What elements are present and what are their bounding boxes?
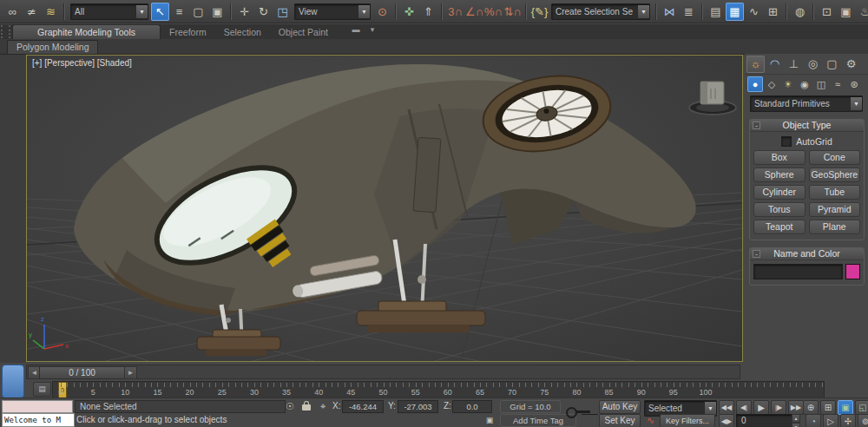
rendered-frame-window-icon[interactable]: ▣: [837, 3, 855, 21]
systems-category-icon[interactable]: ⊛: [846, 76, 862, 92]
bind-to-space-warp-icon[interactable]: ≋: [42, 3, 60, 21]
select-and-move-icon[interactable]: ✛: [235, 3, 253, 21]
ribbon-drag-handle[interactable]: [1, 25, 10, 38]
time-slider-track[interactable]: ◄ 0 / 100 ►: [26, 365, 740, 379]
next-frame-arrow[interactable]: ►: [124, 366, 137, 379]
mirror-icon[interactable]: ⋈: [661, 3, 679, 21]
ribbon-tab-freeform[interactable]: Freeform: [161, 25, 215, 39]
named-selection-sets-dropdown[interactable]: Create Selection Se▼: [551, 3, 650, 20]
ribbon-tab-object-paint[interactable]: Object Paint: [270, 25, 337, 39]
pan-view-button[interactable]: ✢: [840, 414, 856, 427]
align-icon[interactable]: ≣: [680, 3, 698, 21]
reference-coordinate-system-dropdown[interactable]: View▼: [294, 3, 371, 20]
add-time-tag[interactable]: Add Time Tag: [500, 414, 576, 427]
tube-button[interactable]: Tube: [809, 185, 861, 200]
status-light-icon[interactable]: ☉: [283, 400, 297, 412]
collapse-icon[interactable]: -: [753, 122, 760, 129]
object-color-swatch[interactable]: [845, 264, 860, 279]
selection-filter-dropdown[interactable]: All▼: [70, 3, 148, 20]
torus-button[interactable]: Torus: [753, 202, 806, 217]
snaps-toggle-3d-icon[interactable]: 3∩: [446, 3, 464, 21]
viewport-label[interactable]: [+] [Perspective] [Shaded]: [32, 58, 132, 68]
cone-button[interactable]: Cone: [809, 150, 861, 165]
x-coordinate-field[interactable]: -46.244: [342, 400, 384, 413]
collapse-icon[interactable]: -: [753, 250, 760, 258]
maxscript-mini-listener[interactable]: Welcome to M: [2, 413, 75, 427]
previous-frame-button[interactable]: ◀|: [736, 400, 752, 415]
motion-tab-icon[interactable]: ◎: [804, 56, 822, 73]
edit-named-selection-sets-icon[interactable]: {✎}: [530, 3, 549, 21]
select-and-scale-icon[interactable]: ◳: [273, 3, 292, 21]
object-type-rollout-header[interactable]: - Object Type: [750, 120, 864, 132]
play-button[interactable]: ▶: [753, 400, 769, 415]
default-in-out-tangents-icon[interactable]: ∿: [644, 414, 657, 426]
percent-snap-toggle-icon[interactable]: %∩: [484, 3, 503, 21]
maxscript-mini-listener-macro[interactable]: [2, 400, 73, 413]
geometry-category-icon[interactable]: ●: [747, 76, 763, 92]
spinner-down-icon[interactable]: ▼: [792, 423, 800, 427]
transform-gizmo-icon[interactable]: ⌖: [316, 400, 330, 412]
time-configuration-button[interactable]: ◔: [806, 414, 821, 427]
set-keys-icon[interactable]: [566, 405, 592, 419]
select-and-rotate-icon[interactable]: ↻: [254, 3, 273, 21]
dropdown-arrow-icon[interactable]: ▼: [704, 402, 716, 415]
keyboard-shortcut-override-icon[interactable]: ⇑: [419, 3, 437, 21]
plane-button[interactable]: Plane: [809, 220, 861, 234]
track-ruler[interactable]: 0 05101520253035404550556065707580859095…: [52, 381, 825, 398]
next-frame-button[interactable]: |▶: [771, 400, 786, 415]
window-crossing-icon[interactable]: ▣: [208, 3, 227, 21]
select-and-link-icon[interactable]: ∞: [3, 3, 22, 21]
y-coordinate-field[interactable]: -27.003: [398, 400, 438, 413]
schematic-view-icon[interactable]: ⊞: [764, 3, 782, 21]
select-by-name-icon[interactable]: ≡: [170, 3, 188, 21]
render-production-icon[interactable]: ♨: [856, 3, 868, 21]
zoom-button[interactable]: ⊕: [803, 400, 819, 415]
open-mini-curve-editor-button[interactable]: ▤: [33, 382, 51, 397]
field-of-view-button[interactable]: ▷: [823, 414, 838, 427]
dropdown-arrow-icon[interactable]: ▼: [135, 5, 148, 18]
absolute-mode-toggle-icon[interactable]: ▣: [483, 414, 496, 426]
key-filters-button[interactable]: Key Filters...: [660, 414, 715, 427]
teapot-button[interactable]: Teapot: [753, 220, 806, 234]
helpers-category-icon[interactable]: ◫: [813, 76, 829, 92]
object-name-field[interactable]: [753, 264, 843, 279]
perspective-viewport[interactable]: [+] [Perspective] [Shaded]: [26, 55, 743, 362]
unlink-selection-icon[interactable]: ≄: [23, 3, 41, 21]
shapes-category-icon[interactable]: ◇: [764, 76, 779, 92]
polygon-modeling-tab[interactable]: Polygon Modeling: [7, 40, 98, 54]
auto-key-button[interactable]: Auto Key: [599, 400, 641, 414]
select-and-manipulate-icon[interactable]: ✜: [400, 3, 418, 21]
manage-layers-icon[interactable]: ▤: [707, 3, 725, 21]
ribbon-tab-selection[interactable]: Selection: [215, 25, 270, 39]
go-to-start-button[interactable]: ◀◀: [719, 400, 734, 415]
spinner-up-icon[interactable]: ▲: [792, 414, 800, 423]
key-mode-toggle-button[interactable]: ◀▶: [719, 414, 734, 427]
sphere-button[interactable]: Sphere: [753, 168, 806, 182]
angle-snap-toggle-icon[interactable]: ∠∩: [465, 3, 483, 21]
material-editor-icon[interactable]: ◍: [791, 3, 809, 21]
spinner-snap-toggle-icon[interactable]: ⇅∩: [503, 3, 522, 21]
dropdown-arrow-icon[interactable]: ▼: [850, 97, 862, 110]
name-and-color-rollout-header[interactable]: - Name and Color: [750, 248, 864, 260]
zoom-extents-all-button[interactable]: ◱: [855, 400, 868, 415]
go-to-end-button[interactable]: ▶▶: [788, 400, 804, 415]
z-coordinate-field[interactable]: 0.0: [452, 400, 492, 413]
orbit-view-button[interactable]: ⊚: [858, 414, 868, 427]
zoom-extents-button[interactable]: ▣: [838, 400, 853, 415]
render-setup-icon[interactable]: ⊡: [818, 3, 836, 21]
primitive-category-dropdown[interactable]: Standard Primitives ▼: [750, 95, 863, 112]
toggle-ribbon-icon[interactable]: ▦: [726, 3, 744, 21]
rectangular-selection-region-icon[interactable]: ▢: [189, 3, 207, 21]
box-button[interactable]: Box: [753, 150, 806, 165]
pyramid-button[interactable]: Pyramid: [809, 202, 861, 217]
modify-tab-icon[interactable]: ◠: [766, 56, 784, 73]
cameras-category-icon[interactable]: ◉: [797, 76, 812, 92]
ribbon-options-arrow-icon[interactable]: ▾: [365, 21, 379, 39]
dropdown-arrow-icon[interactable]: ▼: [358, 5, 370, 18]
geosphere-button[interactable]: GeoSphere: [809, 168, 861, 182]
viewport-layout-tab[interactable]: [2, 365, 24, 398]
create-tab-icon[interactable]: ☼: [746, 56, 765, 73]
hierarchy-tab-icon[interactable]: ⊥: [785, 56, 803, 73]
display-tab-icon[interactable]: ▢: [823, 56, 841, 73]
ribbon-tab-graphite-modeling-tools[interactable]: Graphite Modeling Tools: [12, 24, 161, 39]
